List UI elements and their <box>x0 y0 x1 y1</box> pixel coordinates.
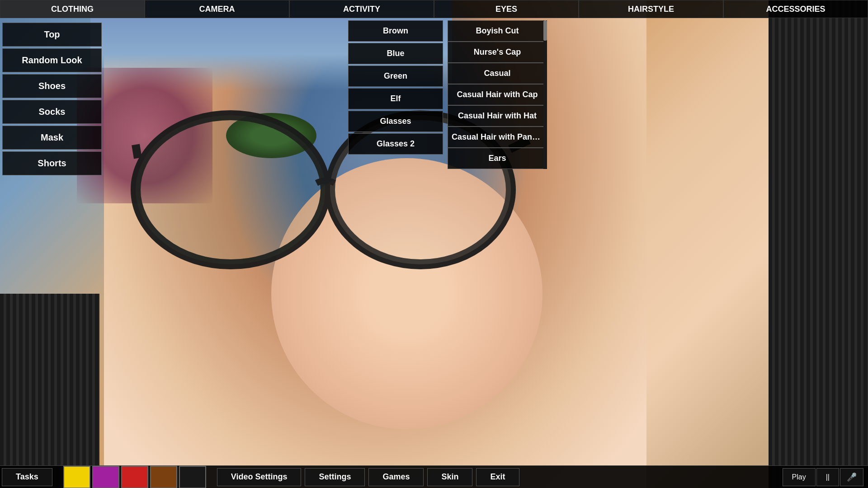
tasks-button[interactable]: Tasks <box>2 468 52 486</box>
eye-blue[interactable]: Blue <box>348 43 443 64</box>
games-button[interactable]: Games <box>368 468 424 486</box>
nav-accessories[interactable]: Accessories <box>723 0 868 18</box>
mic-button[interactable]: 🎤 <box>840 468 863 486</box>
hair-casual-cap[interactable]: Casual Hair with Cap <box>448 84 547 105</box>
exit-button[interactable]: Exit <box>476 468 519 486</box>
sidebar-random-look[interactable]: Random Look <box>2 48 102 72</box>
hair-casual-panama[interactable]: Casual Hair with Panama <box>448 127 547 148</box>
hair-dropdown: Boyish Cut Nurse's Cap Casual Casual Hai… <box>448 20 547 169</box>
sidebar-socks[interactable]: Socks <box>2 100 102 124</box>
swatch-yellow[interactable] <box>63 466 90 488</box>
nav-hairstyle[interactable]: Hairstyle <box>579 0 723 18</box>
eye-green[interactable]: Green <box>348 66 443 87</box>
swatch-brown[interactable] <box>150 466 177 488</box>
svg-point-1 <box>136 115 326 264</box>
hair-scrollbar-track <box>543 20 547 169</box>
nav-eyes[interactable]: Eyes <box>434 0 579 18</box>
sidebar-mask[interactable]: Mask <box>2 126 102 150</box>
sidebar-top[interactable]: Top <box>2 23 102 47</box>
hair-casual-hat[interactable]: Casual Hair with Hat <box>448 105 547 127</box>
sidebar-shorts[interactable]: Shorts <box>2 151 102 175</box>
play-controls: Play || 🎤 <box>783 468 863 486</box>
swatch-black[interactable] <box>179 466 206 488</box>
swatch-red[interactable] <box>121 466 148 488</box>
hair-casual[interactable]: Casual <box>448 63 547 84</box>
left-sidebar: Top Random Look Shoes Socks Mask Shorts <box>0 20 104 178</box>
video-settings-button[interactable]: Video Settings <box>217 468 302 486</box>
eye-glasses2[interactable]: Glasses 2 <box>348 133 443 155</box>
hair-boyish-cut[interactable]: Boyish Cut <box>448 20 547 42</box>
eye-elf[interactable]: Elf <box>348 88 443 109</box>
skin-button[interactable]: Skin <box>427 468 472 486</box>
hair-ears[interactable]: Ears <box>448 148 547 169</box>
color-swatches <box>63 466 206 488</box>
settings-button[interactable]: Settings <box>305 468 365 486</box>
svg-line-5 <box>136 145 138 158</box>
nav-activity[interactable]: Activity <box>289 0 434 18</box>
bottom-bar: Tasks Video Settings Settings Games Skin… <box>0 465 868 488</box>
swatch-purple[interactable] <box>92 466 119 488</box>
eyes-dropdown: Brown Blue Green Elf Glasses Glasses 2 <box>348 20 443 155</box>
nav-clothing[interactable]: Clothing <box>0 0 145 18</box>
eye-brown[interactable]: Brown <box>348 20 443 42</box>
mic-icon: 🎤 <box>847 472 857 482</box>
hair-scrollbar-thumb[interactable] <box>543 20 547 41</box>
sidebar-shoes[interactable]: Shoes <box>2 74 102 98</box>
play-button[interactable]: Play <box>783 468 816 486</box>
pause-button[interactable]: || <box>816 468 839 486</box>
eye-glasses[interactable]: Glasses <box>348 111 443 132</box>
hair-nurses-cap[interactable]: Nurse's Cap <box>448 42 547 63</box>
nav-camera[interactable]: Camera <box>145 0 289 18</box>
top-nav: Clothing Camera Activity Eyes Hairstyle … <box>0 0 868 18</box>
